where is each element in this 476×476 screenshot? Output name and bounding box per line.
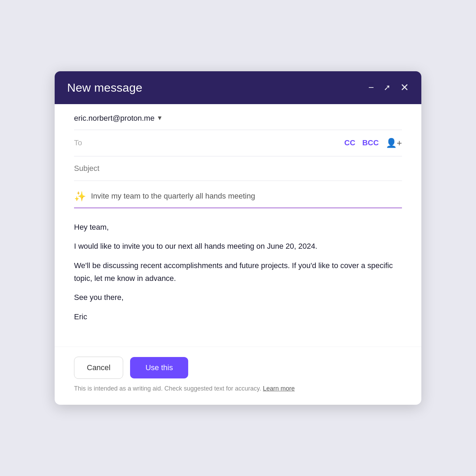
email-line-3: We'll be discussing recent accomplishmen… (74, 259, 402, 285)
cc-button[interactable]: CC (344, 138, 355, 147)
footer-buttons: Cancel Use this (74, 357, 402, 379)
modal-footer: Cancel Use this This is intended as a wr… (55, 347, 421, 405)
close-icon[interactable]: ✕ (400, 82, 409, 93)
bcc-button[interactable]: BCC (362, 138, 379, 147)
ai-sparkle-icon: ✨ (74, 191, 86, 202)
modal-title: New message (67, 81, 143, 94)
new-message-modal: New message − ➚ ✕ eric.norbert@proton.me… (55, 71, 421, 405)
disclaimer-text: This is intended as a writing aid. Check… (74, 385, 261, 392)
to-field-actions: CC BCC 👤+ (344, 138, 402, 148)
footer-disclaimer: This is intended as a writing aid. Check… (74, 385, 402, 392)
header-controls: − ➚ ✕ (368, 82, 409, 93)
expand-icon[interactable]: ➚ (384, 83, 391, 92)
ai-prompt-text: Invite my team to the quarterly all hand… (91, 192, 402, 201)
from-address[interactable]: eric.norbert@proton.me ▼ (74, 114, 163, 123)
email-line-2: I would like to invite you to our next a… (74, 240, 402, 253)
from-address-text: eric.norbert@proton.me (74, 114, 155, 123)
email-line-1: Hey team, (74, 221, 402, 234)
to-row: To CC BCC 👤+ (74, 130, 402, 156)
subject-row (74, 156, 402, 181)
minimize-icon[interactable]: − (368, 83, 374, 92)
from-dropdown-icon: ▼ (157, 115, 163, 122)
to-input[interactable] (95, 138, 340, 147)
cancel-button[interactable]: Cancel (74, 357, 123, 379)
email-line-4: See you there, (74, 291, 402, 304)
from-row: eric.norbert@proton.me ▼ (74, 104, 402, 130)
email-line-5: Eric (74, 310, 402, 323)
to-label: To (74, 138, 95, 147)
modal-header: New message − ➚ ✕ (55, 71, 421, 104)
learn-more-link[interactable]: Learn more (263, 385, 295, 392)
add-contact-icon[interactable]: 👤+ (386, 138, 402, 148)
subject-input[interactable] (74, 164, 402, 173)
use-this-button[interactable]: Use this (130, 357, 188, 378)
modal-body: eric.norbert@proton.me ▼ To CC BCC 👤+ ✨ … (55, 104, 421, 347)
email-body: Hey team, I would like to invite you to … (74, 208, 402, 333)
ai-prompt-row: ✨ Invite my team to the quarterly all ha… (74, 191, 402, 208)
